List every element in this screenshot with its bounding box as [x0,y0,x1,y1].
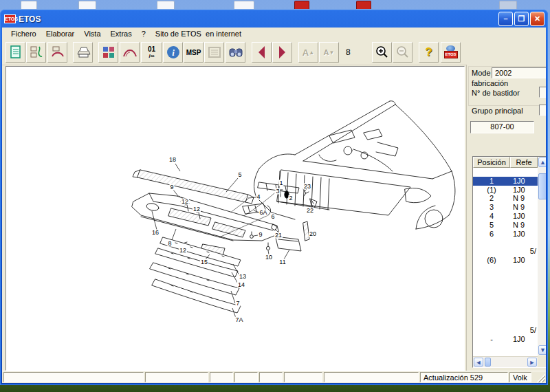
table-row[interactable]: 5/ [473,247,538,256]
status-segment [324,372,419,382]
diagram-callouts: 185132234226A691212168121592120101113147… [6,67,464,370]
table-row[interactable] [473,238,538,247]
table-row[interactable] [473,300,538,309]
page-counter-bottom: /∞ [149,53,155,59]
chassis-number-field[interactable] [539,87,546,98]
title-bar[interactable]: ETOS ETOS – ❐ ✕ [2,11,546,27]
table-row[interactable] [473,274,538,283]
cell-referencia: 5/ [510,326,538,335]
table-row[interactable] [473,282,538,291]
table-row[interactable]: (1)1J0 [473,186,538,195]
toolbar: 01/∞ i MSP A▲ [2,40,546,65]
msp-label: MSP [186,49,201,56]
diagram-canvas[interactable]: 185132234226A691212168121592120101113147… [6,66,465,371]
table-row[interactable]: 61J0 [473,230,538,239]
group-arc-button[interactable] [47,42,67,63]
msp-button[interactable]: MSP [184,42,204,63]
cell-referencia: 1J0 [510,177,538,186]
maximize-button[interactable]: ❐ [514,12,529,26]
table-row[interactable]: 2N 9 [473,194,538,203]
diagram-callout-4: 4 [256,194,261,200]
model-year-field[interactable]: 2002 [492,67,546,78]
diagram-callout-9: 9 [258,232,263,238]
table-row[interactable] [473,265,538,274]
horizontal-scroll-thumb[interactable] [485,358,491,367]
minimize-button[interactable]: – [498,12,513,26]
cell-referencia: 1J0 [510,335,538,344]
cell-posicion [473,247,510,256]
parts-table: Posición Refe 11J0(1)1J02N 93N 941J05N 9… [472,156,546,368]
cell-referencia [510,309,538,318]
print-button[interactable] [73,42,93,63]
scroll-left-icon[interactable]: ◄ [474,358,483,367]
menu-item-vista[interactable]: Vista [79,28,105,39]
svg-text:i: i [172,47,175,58]
diagram-callout-12: 12 [181,199,189,205]
scroll-down-icon[interactable]: ▼ [538,345,546,355]
frame-button-disabled[interactable] [204,42,224,63]
menu-item-extras[interactable]: Extras [106,28,137,39]
table-row[interactable] [473,168,538,177]
help-button[interactable]: ? [419,42,439,63]
cell-referencia: 1J0 [510,256,538,265]
new-document-button[interactable] [6,42,25,63]
scroll-up-icon[interactable]: ▲ [538,157,546,167]
etos-site-button[interactable]: ETOS [441,42,461,63]
color-grid-button[interactable] [98,42,118,63]
menu-item-sito-de-etos-en-internet[interactable]: Sito de ETOS en internet [151,28,246,39]
table-row[interactable]: -1J0 [473,335,538,344]
page-counter-button[interactable]: 01/∞ [141,42,162,63]
cell-referencia [510,318,538,327]
status-segment-actualizaci-n-529: Actualización 529 [420,372,508,382]
model-label: Mode [472,69,491,77]
table-row[interactable]: 3N 9 [473,203,538,212]
cell-referencia [510,300,538,309]
horizontal-scrollbar[interactable]: ◄ ► [473,356,538,367]
font-larger-label: A [302,47,309,58]
status-segment [210,372,233,382]
table-row[interactable]: 5/ [473,326,538,335]
next-button[interactable] [272,42,292,63]
zoom-in-button[interactable] [372,42,392,63]
vertical-scrollbar[interactable]: ▲ ▼ [538,157,546,356]
arc-view-button[interactable] [120,42,140,63]
vertical-scroll-thumb[interactable] [538,173,546,199]
cell-referencia [510,168,538,177]
resize-grip[interactable] [536,373,545,382]
table-row[interactable]: 5N 9 [473,221,538,230]
info-button[interactable]: i [163,42,183,63]
status-segment [284,372,322,382]
zoom-out-button-disabled[interactable] [393,42,412,63]
cell-referencia: 1J0 [510,230,538,239]
menu-item-elaborar[interactable]: Elaborar [41,28,80,39]
chassis-number-label: N° de bastidor [472,89,520,97]
font-larger-button-disabled[interactable]: A▲ [298,42,318,63]
previous-button[interactable] [252,42,272,63]
table-row[interactable]: 41J0 [473,212,538,221]
status-segment [234,372,258,382]
close-button[interactable]: ✕ [530,12,544,26]
group-code-field[interactable]: 807-00 [470,121,534,133]
table-row[interactable]: (6)1J0 [473,256,538,265]
search-binoculars-button[interactable] [226,42,245,63]
table-row[interactable]: 11J0 [473,177,538,186]
diagram-callout-23: 23 [303,184,311,190]
font-smaller-button-disabled[interactable]: A▼ [319,42,339,63]
edit-structure-button[interactable] [26,42,46,63]
main-group-mini-field[interactable] [539,105,546,116]
window-body: FicheroElaborarVistaExtras?Sito de ETOS … [2,28,546,383]
scrollbar-corner [538,356,546,367]
menu-item-item-4[interactable]: ? [137,28,151,39]
column-header-referencia[interactable]: Refe [510,157,538,168]
menu-item-fichero[interactable]: Fichero [6,28,41,39]
table-row[interactable] [473,309,538,318]
diagram-callout-22: 22 [306,208,314,214]
scroll-right-icon[interactable]: ► [527,358,537,367]
main-group-label: Grupo principal [472,107,523,115]
etos-site-logo: ETOS [444,51,458,58]
column-header-posicion[interactable]: Posición [473,157,510,168]
table-row[interactable] [473,318,538,327]
cell-posicion [473,168,510,177]
table-row[interactable] [473,291,538,300]
parts-table-body: 11J0(1)1J02N 93N 941J05N 961J05/(6)1J05/… [473,168,538,356]
